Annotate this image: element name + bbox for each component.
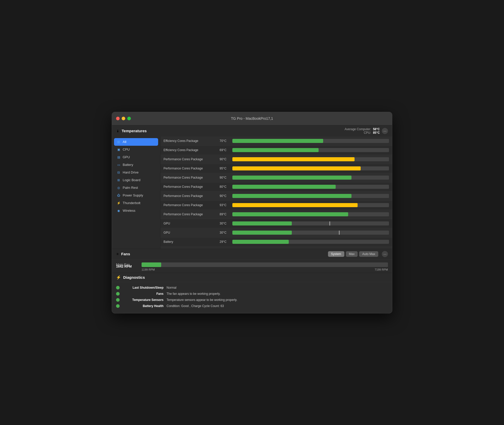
temp-row: Performance Cores Package 93°C	[160, 201, 392, 210]
harddrive-icon	[117, 170, 121, 175]
close-button[interactable]	[116, 117, 120, 120]
fans-more-button[interactable]: ···	[382, 251, 388, 257]
temp-name: Performance Cores Package	[163, 185, 220, 189]
temp-value: 70°C	[220, 139, 232, 143]
diagnostics-icon: ⚡	[116, 275, 121, 280]
avg-value: 58°C	[373, 127, 380, 131]
temp-bar-container	[232, 231, 389, 235]
temp-row: GPU 30°C	[160, 219, 392, 228]
temp-bar-container	[232, 194, 389, 198]
sidebar-label-gpu: GPU	[123, 155, 130, 159]
fans-controls: System Max Auto Max ···	[328, 251, 388, 257]
sidebar-item-cpu[interactable]: CPU	[114, 146, 158, 153]
diagnostics-row: Temperature Sensors Temperature sensors …	[116, 297, 388, 303]
temperatures-header: Temperatures Average Computer: 58°C CPU:…	[112, 125, 392, 137]
temp-bar	[232, 203, 358, 207]
temp-bar	[232, 231, 292, 235]
fans-title: Fans	[121, 252, 130, 256]
sidebar-item-wireless[interactable]: Wireless	[114, 207, 158, 215]
temp-value: 93°C	[220, 203, 232, 207]
diagnostics-row: Battery Health Condition: Good , Charge …	[116, 303, 388, 309]
temp-row: Performance Cores Package 90°C	[160, 173, 392, 182]
sidebar-item-harddrive[interactable]: Hard Drive	[114, 169, 158, 176]
fan-row-main: Main Fan 1199 RPM 7199 RPM 1642 RPM	[116, 262, 388, 269]
temp-row: GPU 30°C	[160, 228, 392, 237]
fan-current-rpm: 1642 RPM	[116, 264, 132, 268]
temp-value: 80°C	[220, 185, 232, 189]
temp-row: Efficiency Cores Package 69°C	[160, 146, 392, 155]
powersupply-icon	[117, 193, 121, 197]
diagnostics-section: ⚡ Diagnostics Last Shutdown/Sleep Normal…	[112, 273, 392, 313]
sidebar-item-logicboard[interactable]: Logic Board	[114, 176, 158, 184]
fan-automax-button[interactable]: Auto Max	[359, 251, 378, 257]
temp-bar-container	[232, 212, 389, 216]
sidebar-label-battery: Battery	[123, 163, 133, 167]
temp-bar-container	[232, 148, 389, 152]
temp-name: Efficiency Cores Package	[163, 148, 220, 152]
fans-header: Fans System Max Auto Max ···	[112, 249, 392, 259]
diag-status-dot	[116, 298, 120, 302]
temp-name: GPU	[163, 231, 220, 234]
temp-name: Battery	[163, 240, 220, 244]
sidebar-item-palmrest[interactable]: Palm Rest	[114, 184, 158, 192]
fans-body: Main Fan 1199 RPM 7199 RPM 1642 RPM	[112, 259, 392, 273]
diag-key: Temperature Sensors	[123, 298, 163, 302]
sidebar-label-powersupply: Power Supply	[123, 193, 143, 197]
sidebar-label-harddrive: Hard Drive	[123, 170, 138, 174]
diag-key: Battery Health	[123, 304, 163, 308]
temp-name: GPU	[163, 222, 220, 225]
battery-icon	[117, 163, 121, 167]
diagnostics-row: Fans The fan appears to be working prope…	[116, 291, 388, 297]
temp-row: Performance Cores Package 80°C	[160, 182, 392, 192]
temp-row: Performance Cores Package 95°C	[160, 164, 392, 173]
sidebar-label-thunderbolt: Thunderbolt	[123, 201, 140, 205]
temp-bar	[232, 148, 319, 152]
diag-value: Condition: Good , Charge Cycle Count: 63	[167, 304, 224, 308]
fan-system-button[interactable]: System	[328, 251, 344, 257]
diag-key: Last Shutdown/Sleep	[123, 286, 163, 289]
sidebar-item-thunderbolt[interactable]: Thunderbolt	[114, 199, 158, 207]
temp-value: 29°C	[220, 240, 232, 244]
cpu-icon	[117, 148, 121, 152]
sidebar-label-palmrest: Palm Rest	[123, 186, 138, 190]
temp-name: Efficiency Cores Package	[163, 139, 220, 143]
fullscreen-button[interactable]	[127, 117, 131, 120]
sidebar-item-powersupply[interactable]: Power Supply	[114, 192, 158, 199]
temp-bar	[232, 240, 289, 244]
diag-key: Fans	[123, 292, 163, 296]
thunderbolt-icon	[117, 201, 121, 205]
temp-name: Performance Cores Package	[163, 194, 220, 198]
temperatures-section: Temperatures Average Computer: 58°C CPU:…	[112, 125, 392, 249]
sidebar-item-all[interactable]: All	[114, 138, 158, 146]
diagnostics-body: Last Shutdown/Sleep Normal Fans The fan …	[112, 282, 392, 313]
temp-value: 90°C	[220, 176, 232, 179]
fans-section: Fans System Max Auto Max ··· Main Fan	[112, 249, 392, 273]
minimize-button[interactable]	[122, 117, 125, 120]
temp-value: 95°C	[220, 167, 232, 170]
temp-bar	[232, 194, 351, 198]
temp-bar	[232, 221, 292, 225]
temp-name: Performance Cores Package	[163, 157, 220, 161]
diag-status-dot	[116, 292, 120, 296]
window-title: TG Pro - MacBookPro17,1	[231, 116, 273, 121]
diag-value: The fan appears to be working properly.	[167, 292, 220, 296]
temperatures-title: Temperatures	[122, 129, 147, 133]
temp-name: Performance Cores Package	[163, 176, 220, 179]
temp-bar-container	[232, 176, 389, 180]
app-window: TG Pro - MacBookPro17,1 Temperatures Ave…	[112, 112, 392, 313]
temp-name: Performance Cores Package	[163, 167, 220, 170]
sidebar-item-gpu[interactable]: GPU	[114, 153, 158, 161]
sidebar-label-cpu: CPU	[123, 148, 130, 151]
diag-status-dot	[116, 304, 120, 308]
avg-label: Average Computer:	[345, 127, 371, 131]
fan-current-rpm-container: 1642 RPM	[116, 264, 388, 269]
temp-bar	[232, 212, 348, 216]
sidebar-label-wireless: Wireless	[123, 209, 135, 213]
fan-max-button[interactable]: Max	[346, 251, 358, 257]
temp-bar-container	[232, 240, 389, 244]
temp-row: Performance Cores Package 89°C	[160, 210, 392, 219]
temp-bar-container	[232, 166, 389, 170]
temperatures-more-button[interactable]: ···	[382, 128, 388, 134]
temp-name: Performance Cores Package	[163, 203, 220, 207]
sidebar-item-battery[interactable]: Battery	[114, 161, 158, 169]
